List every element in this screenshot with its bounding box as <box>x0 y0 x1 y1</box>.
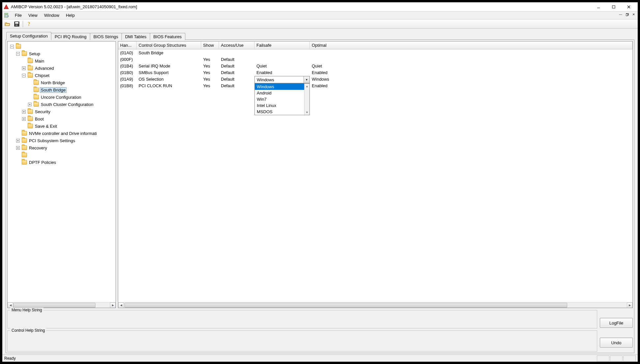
tab-pci-irq-routing[interactable]: PCI IRQ Routing <box>51 33 90 40</box>
col-header-optimal[interactable]: Optimal <box>310 41 632 49</box>
tree-nvme[interactable]: NVMe controller and Drive informati <box>15 130 115 137</box>
failsafe-combo-list[interactable]: Windows Android Win7 Intel Linux MSDOS ▲… <box>254 83 310 115</box>
toolbar-save-button[interactable] <box>13 20 21 28</box>
folder-icon <box>28 66 33 70</box>
expander-icon[interactable]: + <box>16 139 20 143</box>
tree-boot[interactable]: +Boot <box>21 115 115 122</box>
cell-optimal <box>310 59 632 60</box>
scroll-right-icon[interactable]: ▶ <box>110 302 116 308</box>
table-row[interactable]: (01B4) Serial IRQ Mode Yes Default Quiet… <box>118 63 632 69</box>
mdi-close-button[interactable]: ✕ <box>630 12 637 17</box>
grid-pane: Han... Control Group Structures Show Acc… <box>118 41 633 308</box>
cell-show: Yes <box>201 83 219 89</box>
tree-label: Setup <box>28 51 41 56</box>
combo-option[interactable]: Intel Linux <box>255 102 309 109</box>
svg-rect-10 <box>626 14 628 16</box>
table-row[interactable]: (000F) Yes Default <box>118 56 632 63</box>
scroll-right-icon[interactable]: ▶ <box>627 302 632 308</box>
tree-security[interactable]: +Security <box>21 108 115 115</box>
expander-icon[interactable]: − <box>10 45 14 48</box>
combo-option[interactable]: MSDOS <box>255 109 309 115</box>
scroll-up-icon[interactable]: ▲ <box>305 84 309 89</box>
grid-hscrollbar[interactable]: ◀ ▶ <box>118 302 632 308</box>
tree-label: Chipset <box>34 73 50 78</box>
menu-window[interactable]: Window <box>41 12 63 18</box>
col-header-access[interactable]: Access/Use <box>219 41 254 49</box>
tree-blank[interactable] <box>15 151 115 159</box>
tree-north-bridge[interactable]: North Bridge <box>27 79 115 86</box>
tab-bios-features[interactable]: BIOS Features <box>150 33 185 40</box>
close-button[interactable] <box>621 2 636 12</box>
table-row[interactable]: (01A9) OS Selection Yes Default Windows <box>118 76 632 82</box>
expander-icon[interactable]: + <box>16 146 20 150</box>
tree-main[interactable]: Main <box>21 57 115 65</box>
logfile-button[interactable]: LogFile <box>600 318 633 328</box>
col-header-show[interactable]: Show <box>201 41 219 49</box>
expander-icon[interactable]: + <box>28 103 32 106</box>
status-pane <box>610 355 623 361</box>
scroll-left-icon[interactable]: ◀ <box>118 302 124 308</box>
menu-file[interactable]: File <box>12 12 25 18</box>
expander-icon[interactable]: − <box>22 74 26 77</box>
tab-setup-configuration[interactable]: Setup Configuration <box>6 32 51 40</box>
expander-icon[interactable]: + <box>22 66 26 70</box>
tree-advanced[interactable]: +Advanced <box>21 65 115 72</box>
combo-option[interactable]: Android <box>255 90 309 96</box>
col-header-han[interactable]: Han... <box>118 41 137 49</box>
cell-access: Default <box>219 57 254 62</box>
col-header-cgs[interactable]: Control Group Structures <box>137 41 201 49</box>
tree-chipset[interactable]: −Chipset <box>21 72 115 79</box>
tree-south-bridge[interactable]: South Bridge <box>27 86 115 93</box>
combo-scrollbar[interactable]: ▲ ▼ <box>304 84 309 115</box>
toolbar-separator <box>23 21 23 27</box>
tab-dmi-tables[interactable]: DMI Tables <box>121 33 150 40</box>
cell-han: (01A9) <box>118 76 137 82</box>
failsafe-combo[interactable]: Windows ▼ <box>254 76 310 83</box>
tree-dptf[interactable]: DPTF Policies <box>15 159 115 166</box>
table-row[interactable]: (01B0) SMBus Support Yes Default Enabled… <box>118 69 632 76</box>
minimize-button[interactable] <box>591 2 606 12</box>
combo-dropdown-button[interactable]: ▼ <box>304 76 309 83</box>
tab-bios-strings[interactable]: BIOS Strings <box>90 33 122 40</box>
tree-label: Advanced <box>34 66 55 71</box>
scroll-left-icon[interactable]: ◀ <box>8 302 13 308</box>
tree-recovery[interactable]: +Recovery <box>15 144 115 151</box>
groupbox-legend: Control Help String <box>10 328 46 333</box>
col-header-failsafe[interactable]: Failsafe <box>254 41 310 49</box>
cell-cgs: South Bridge <box>137 50 201 56</box>
mdi-restore-button[interactable] <box>624 12 630 17</box>
menu-help[interactable]: Help <box>63 12 78 18</box>
combo-option[interactable]: Windows <box>255 84 309 90</box>
tree-hscrollbar[interactable]: ◀ ▶ <box>8 302 116 308</box>
tree-root[interactable]: − <box>10 43 115 50</box>
folder-icon <box>22 138 27 143</box>
table-row[interactable]: (01B8) PCI CLOCK RUN Yes Default Enabled <box>118 82 632 89</box>
undo-button[interactable]: Undo <box>600 338 633 348</box>
scroll-down-icon[interactable]: ▼ <box>305 110 309 115</box>
table-row[interactable]: (01A0) South Bridge <box>118 49 632 56</box>
menu-view[interactable]: View <box>25 12 41 18</box>
tree-south-cluster[interactable]: +South Cluster Configuration <box>27 101 115 108</box>
combo-option[interactable]: Win7 <box>255 96 309 102</box>
tree-label: South Bridge <box>40 88 66 92</box>
expander-icon[interactable]: + <box>22 110 26 114</box>
help-icon: ? <box>28 21 30 27</box>
cell-cgs: SMBus Support <box>137 70 201 75</box>
toolbar-open-button[interactable] <box>4 20 12 28</box>
tree-label: Security <box>34 109 51 114</box>
chevron-down-icon: ▼ <box>306 78 308 81</box>
mdi-minimize-button[interactable]: — <box>617 12 624 17</box>
tree-uncore[interactable]: Uncore Configuration <box>27 93 115 101</box>
maximize-button[interactable] <box>606 2 621 12</box>
toolbar-help-button[interactable]: ? <box>25 20 33 28</box>
grid-body[interactable]: (01A0) South Bridge (000F) Yes Default <box>118 49 632 302</box>
folder-icon <box>22 153 27 157</box>
tree-setup[interactable]: − Setup <box>15 50 115 57</box>
expander-icon[interactable]: − <box>16 52 20 56</box>
setup-tree[interactable]: − − Setup <box>8 41 116 302</box>
expander-icon[interactable]: + <box>22 117 26 121</box>
tree-save-exit[interactable]: Save & Exit <box>21 122 115 130</box>
tree-pci-subsystem[interactable]: +PCI Subsystem Settings <box>15 137 115 144</box>
save-icon <box>14 21 19 27</box>
svg-rect-7 <box>5 14 8 15</box>
